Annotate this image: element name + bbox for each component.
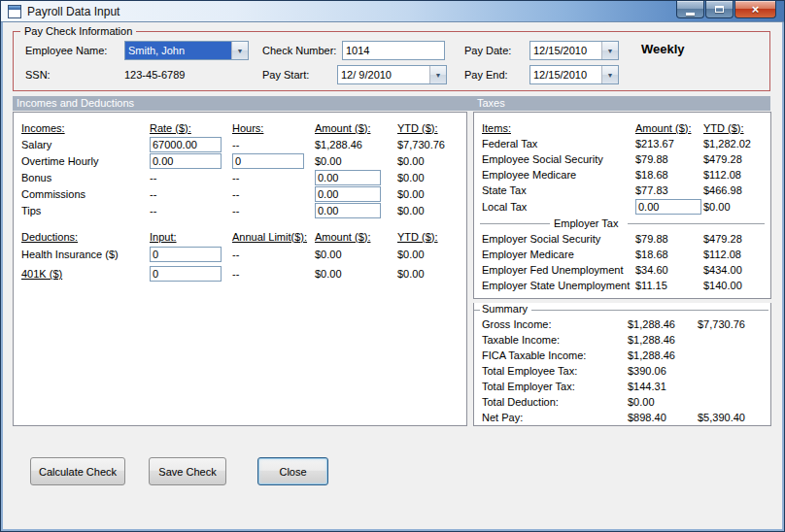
col-header-deductions: Deductions: <box>21 231 150 243</box>
tax-row-local: Local Tax $0.00 <box>474 198 770 216</box>
save-check-button[interactable]: Save Check <box>149 457 226 485</box>
tax-amount: $18.68 <box>635 169 703 181</box>
section-header-taxes: Taxes <box>477 96 505 111</box>
row-label: Overtime Hourly <box>21 155 150 167</box>
incomes-column-headers: Incomes: Rate ($): Hours: Amount ($): YT… <box>14 119 466 136</box>
app-icon <box>8 5 21 18</box>
salary-rate-input[interactable] <box>150 137 222 152</box>
row-label: Salary <box>21 139 150 150</box>
pay-date-dropdown-button[interactable]: ▼ <box>601 42 618 59</box>
employee-name-value: Smith, John <box>125 42 231 59</box>
pay-date-picker[interactable]: 12/15/2010 ▼ <box>529 41 619 60</box>
tax-ytd: $112.08 <box>703 169 770 181</box>
close-icon: × <box>752 2 760 17</box>
health-insurance-input[interactable] <box>150 247 222 262</box>
summary-ytd: $5,390.40 <box>698 412 770 423</box>
employer-tax-divider-label: Employer Tax <box>550 217 622 229</box>
pay-end-value: 12/15/2010 <box>530 66 601 83</box>
tax-label: Employer Social Security <box>482 233 635 245</box>
pay-date-label: Pay Date: <box>464 44 511 57</box>
overtime-rate-input[interactable] <box>150 153 222 169</box>
tax-amount: $213.67 <box>635 138 703 150</box>
health-limit: -- <box>232 249 315 260</box>
tax-row: Employer Social Security $79.88 $479.28 <box>474 231 770 247</box>
row-label-401k-link[interactable]: 401K ($) <box>21 268 150 280</box>
bonus-ytd: $0.00 <box>397 172 466 183</box>
col-header-items: Items: <box>482 122 635 134</box>
tips-amount-input[interactable] <box>315 203 381 218</box>
bonus-amount-input[interactable] <box>315 170 381 185</box>
commissions-amount-input[interactable] <box>315 186 381 202</box>
row-label: Commissions <box>21 188 150 200</box>
tax-ytd: $140.00 <box>703 280 770 291</box>
caption-buttons: × <box>676 1 776 18</box>
pay-end-picker[interactable]: 12/15/2010 ▼ <box>529 65 619 84</box>
k401-input[interactable] <box>150 266 222 282</box>
tax-row: Employer State Unemployment $11.15 $140.… <box>474 278 770 293</box>
pay-start-value: 12/ 9/2010 <box>338 66 429 83</box>
summary-label: Gross Income: <box>482 318 628 330</box>
check-number-input[interactable] <box>342 41 445 60</box>
window-close-button[interactable]: × <box>734 1 776 18</box>
tax-amount: $79.88 <box>635 233 703 245</box>
employee-name-dropdown-button[interactable]: ▼ <box>231 42 248 59</box>
summary-row: FICA Taxable Income: $1,288.46 <box>474 348 770 363</box>
bonus-hours: -- <box>232 172 315 183</box>
overtime-hours-input[interactable] <box>232 153 304 169</box>
titlebar[interactable]: Payroll Data Input × <box>1 1 784 22</box>
bonus-rate: -- <box>150 172 232 183</box>
pay-start-picker[interactable]: 12/ 9/2010 ▼ <box>337 65 447 84</box>
summary-label: Taxable Income: <box>482 334 628 346</box>
col-header-rate: Rate ($): <box>150 122 232 134</box>
taxes-panel: Items: Amount ($): YTD ($): Federal Tax … <box>473 112 771 299</box>
minimize-icon <box>686 13 695 16</box>
salary-hours: -- <box>232 139 315 150</box>
tax-row: State Tax $77.83 $466.98 <box>474 183 770 198</box>
tax-row: Federal Tax $213.67 $1,282.02 <box>474 136 770 151</box>
summary-row-net-pay: Net Pay: $898.40 $5,390.40 <box>474 410 770 425</box>
tax-ytd: $112.08 <box>703 249 770 260</box>
col-header-amount: Amount ($): <box>315 231 397 243</box>
k401-amount: $0.00 <box>315 268 397 280</box>
tax-amount: $77.83 <box>635 184 703 196</box>
commissions-hours: -- <box>232 188 315 200</box>
pay-end-dropdown-button[interactable]: ▼ <box>601 66 618 83</box>
chevron-down-icon: ▼ <box>435 72 442 79</box>
chevron-down-icon: ▼ <box>237 48 244 54</box>
summary-amount: $390.06 <box>628 365 698 377</box>
section-header-incomes-deductions: Incomes and Deductions <box>17 96 134 111</box>
maximize-button[interactable] <box>705 1 734 18</box>
summary-row: Taxable Income: $1,288.46 <box>474 332 770 348</box>
tax-amount: $18.68 <box>635 249 703 260</box>
chevron-down-icon: ▼ <box>607 72 614 79</box>
tax-ytd: $479.28 <box>703 153 770 165</box>
summary-amount: $1,288.46 <box>628 334 698 346</box>
chevron-down-icon: ▼ <box>607 48 614 54</box>
maximize-icon <box>715 6 724 13</box>
window-title: Payroll Data Input <box>27 5 119 18</box>
summary-legend: Summary <box>474 303 770 316</box>
summary-amount: $144.31 <box>628 381 698 392</box>
k401-ytd: $0.00 <box>397 268 466 280</box>
tax-ytd: $1,282.02 <box>703 138 770 150</box>
health-ytd: $0.00 <box>397 249 466 260</box>
summary-label: Total Employee Tax: <box>482 365 628 377</box>
incomes-deductions-panel: Incomes: Rate ($): Hours: Amount ($): YT… <box>13 112 467 426</box>
summary-group: Summary Gross Income: $1,288.46 $7,730.7… <box>473 303 771 426</box>
employee-name-select[interactable]: Smith, John ▼ <box>124 41 249 60</box>
summary-label: Total Employer Tax: <box>482 381 628 392</box>
pay-start-label: Pay Start: <box>262 68 309 82</box>
tax-ytd: $0.00 <box>703 201 770 213</box>
local-tax-input[interactable] <box>635 199 701 215</box>
close-button[interactable]: Close <box>257 457 328 485</box>
summary-row: Total Deduction: $0.00 <box>474 394 770 410</box>
calculate-check-button[interactable]: Calculate Check <box>30 457 125 485</box>
pay-start-dropdown-button[interactable]: ▼ <box>429 66 446 83</box>
tips-rate: -- <box>150 205 232 216</box>
minimize-button[interactable] <box>676 1 704 18</box>
deduction-row-401k: 401K ($) -- $0.00 $0.00 <box>14 264 466 283</box>
employer-tax-divider: Employer Tax <box>474 216 770 231</box>
tax-label: Employee Medicare <box>482 169 635 181</box>
tax-row: Employer Medicare $18.68 $112.08 <box>474 247 770 262</box>
row-label: Tips <box>21 205 150 216</box>
